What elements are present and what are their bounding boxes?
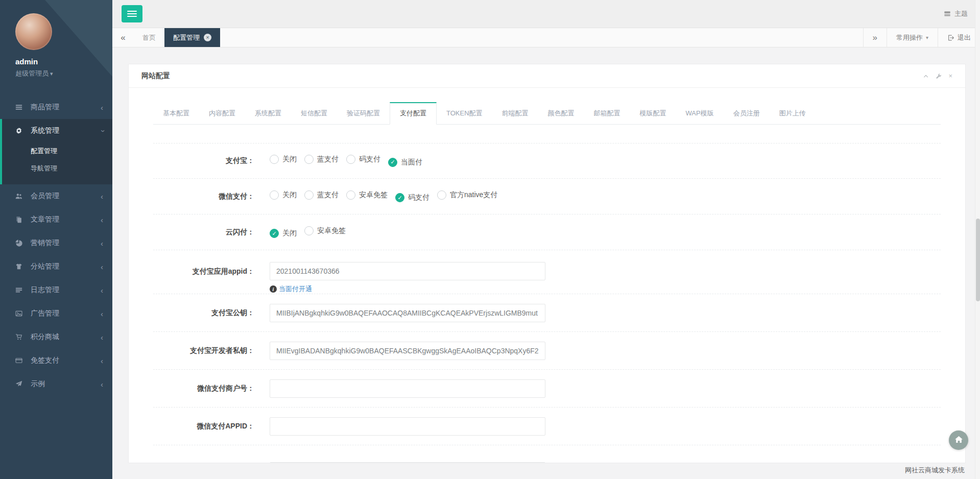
caret-down-icon: ▾ <box>926 35 928 40</box>
app-root: admin 超级管理员▾ 商品管理‹系统管理‹配置管理导航管理会员管理‹文章管理… <box>0 0 980 479</box>
radio-circle-icon[interactable] <box>346 190 355 200</box>
page-tab[interactable]: 首页 <box>134 28 164 47</box>
page-scrollbar <box>975 0 980 479</box>
content-area: 网站配置 × 基本配置内容配置系统配置短信配置验证码配置支付配置TOKEN配置前… <box>112 47 980 479</box>
config-tab[interactable]: 会员注册 <box>724 102 770 125</box>
config-tab[interactable]: 验证码配置 <box>337 102 390 125</box>
sidebar-item[interactable]: 示例‹ <box>0 372 112 396</box>
radio-option-label: 码支付 <box>359 155 380 164</box>
form-input[interactable] <box>270 417 545 436</box>
form-input[interactable] <box>270 462 545 463</box>
sidebar-item[interactable]: 营销管理‹ <box>0 231 112 255</box>
avatar[interactable] <box>15 13 52 50</box>
config-tab[interactable]: 图片上传 <box>770 102 816 125</box>
sidebar-item[interactable]: 积分商城‹ <box>0 325 112 349</box>
form-label: 支付宝公钥： <box>153 308 254 318</box>
sidebar-item[interactable]: 系统管理‹ <box>2 119 112 142</box>
radio-circle-icon[interactable] <box>437 190 446 200</box>
config-tab[interactable]: 邮箱配置 <box>584 102 630 125</box>
sidebar-item[interactable]: 广告管理‹ <box>0 302 112 325</box>
radio-checked-icon[interactable]: ✓ <box>388 158 397 167</box>
radio-checked-icon[interactable]: ✓ <box>395 193 404 202</box>
tabs-scroll-left-button[interactable]: « <box>112 28 134 47</box>
radio-circle-icon[interactable] <box>304 155 314 164</box>
page-tab[interactable]: 配置管理× <box>164 28 220 47</box>
radio-option[interactable]: 关闭 <box>270 190 297 200</box>
user-role-dropdown[interactable]: 超级管理员▾ <box>15 69 112 78</box>
config-tab[interactable]: 支付配置 <box>390 102 437 125</box>
chevron-left-icon: ‹ <box>101 333 103 341</box>
help-link[interactable]: 当面付开通 <box>279 284 312 294</box>
panel-tools: × <box>923 73 952 79</box>
panel-title: 网站配置 <box>141 71 170 81</box>
scrollbar-thumb[interactable] <box>976 219 980 301</box>
config-tab[interactable]: 系统配置 <box>245 102 291 125</box>
radio-circle-icon[interactable] <box>270 190 279 200</box>
radio-circle-icon[interactable] <box>304 190 314 200</box>
theme-switcher-button[interactable]: 主题 <box>944 9 968 18</box>
radio-checked-icon[interactable]: ✓ <box>270 229 279 238</box>
radio-circle-icon[interactable] <box>270 155 279 164</box>
chevron-left-icon: ‹ <box>101 310 103 318</box>
sidebar-toggle-button[interactable] <box>122 5 142 22</box>
form-row: 微信支付商户号： <box>153 370 941 408</box>
paper-plane-icon <box>15 380 24 388</box>
config-tab[interactable]: WAP模版 <box>676 102 724 125</box>
tabs-scroll-right-button[interactable]: » <box>863 28 887 47</box>
footer-brand-text: 网社云商城发卡系统 <box>905 466 965 475</box>
radio-option[interactable]: 安卓免签 <box>346 190 388 200</box>
radio-circle-icon[interactable] <box>304 226 314 235</box>
sidebar-item[interactable]: 分站管理‹ <box>0 255 112 278</box>
wrench-icon[interactable] <box>936 73 942 79</box>
sidebar-item[interactable]: 会员管理‹ <box>0 184 112 208</box>
form-input[interactable] <box>270 262 545 280</box>
form-row: 微信支付：关闭蓝支付安卓免签✓码支付官方native支付 <box>153 179 941 214</box>
sidebar-item-label: 文章管理 <box>31 215 101 224</box>
radio-option[interactable]: ✓关闭 <box>270 229 297 238</box>
close-tab-icon[interactable]: × <box>204 34 211 41</box>
form-label: 微信支付商户号： <box>153 384 254 393</box>
radio-option[interactable]: ✓当面付 <box>388 158 422 167</box>
radio-option[interactable]: ✓码支付 <box>395 193 429 202</box>
config-tab[interactable]: 基本配置 <box>153 102 199 125</box>
sidebar-nav: 商品管理‹系统管理‹配置管理导航管理会员管理‹文章管理‹营销管理‹分站管理‹日志… <box>0 95 112 396</box>
config-tab[interactable]: 短信配置 <box>291 102 337 125</box>
radio-option[interactable]: 蓝支付 <box>304 155 339 164</box>
radio-option[interactable]: 安卓免签 <box>304 226 346 235</box>
form-input[interactable] <box>270 342 545 360</box>
gear-icon <box>15 127 24 134</box>
collapse-panel-icon[interactable] <box>923 73 929 79</box>
sidebar-item-label: 积分商城 <box>31 332 101 342</box>
form-input[interactable] <box>270 304 545 322</box>
sidebar-item[interactable]: 商品管理‹ <box>0 95 112 119</box>
radio-option[interactable]: 蓝支付 <box>304 190 339 200</box>
config-tab[interactable]: 模版配置 <box>630 102 676 125</box>
config-tab[interactable]: 前端配置 <box>492 102 538 125</box>
chevron-left-icon: ‹ <box>101 357 103 365</box>
sidebar-item[interactable]: 文章管理‹ <box>0 208 112 231</box>
radio-option[interactable]: 码支付 <box>346 155 380 164</box>
chevron-left-icon: ‹ <box>101 104 103 111</box>
sidebar-subitem[interactable]: 导航管理 <box>2 160 112 177</box>
credit-card-icon <box>15 357 24 364</box>
sidebar-item[interactable]: 日志管理‹ <box>0 278 112 302</box>
radio-group: 关闭蓝支付码支付✓当面付 <box>270 155 430 167</box>
radio-option[interactable]: 官方native支付 <box>437 190 497 200</box>
back-home-float-button[interactable] <box>949 430 968 450</box>
theme-label: 主题 <box>954 9 968 18</box>
user-profile: admin 超级管理员▾ <box>0 0 112 81</box>
config-tab[interactable]: TOKEN配置 <box>437 102 492 125</box>
panel-header: 网站配置 × <box>129 64 965 88</box>
quick-actions-dropdown[interactable]: 常用操作 ▾ <box>887 28 938 47</box>
config-tab[interactable]: 颜色配置 <box>538 102 584 125</box>
close-panel-icon[interactable]: × <box>948 73 952 79</box>
logout-button[interactable]: 退出 <box>938 28 980 47</box>
sidebar-item[interactable]: 免签支付‹ <box>0 349 112 372</box>
form-label: 云闪付： <box>153 228 254 237</box>
panel-body: 基本配置内容配置系统配置短信配置验证码配置支付配置TOKEN配置前端配置颜色配置… <box>129 88 965 463</box>
form-input[interactable] <box>270 379 545 398</box>
config-tab[interactable]: 内容配置 <box>199 102 245 125</box>
sidebar-subitem[interactable]: 配置管理 <box>2 142 112 160</box>
radio-option[interactable]: 关闭 <box>270 155 297 164</box>
radio-circle-icon[interactable] <box>346 155 355 164</box>
